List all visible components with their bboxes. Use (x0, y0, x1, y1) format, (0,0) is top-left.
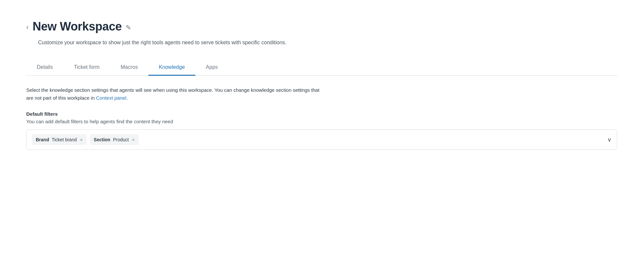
tab-details[interactable]: Details (26, 60, 63, 76)
content-section: Select the knowledge section settings th… (26, 76, 618, 150)
filter-tag-section-close[interactable]: × (132, 138, 135, 142)
page-title: New Workspace (32, 20, 122, 33)
header-row: ‹ New Workspace ✎ (26, 20, 618, 33)
tabs-nav: Details Ticket form Macros Knowledge App… (26, 60, 618, 76)
edit-icon[interactable]: ✎ (126, 24, 131, 31)
filter-dropdown[interactable]: Brand Ticket brand × Section Product × ∨ (26, 129, 617, 150)
description-period: . (126, 95, 128, 101)
filter-tag-section: Section Product × (90, 134, 139, 145)
description-line2: are not part of this workplace in (26, 95, 96, 101)
tab-macros[interactable]: Macros (110, 60, 148, 76)
tab-apps[interactable]: Apps (195, 60, 228, 76)
tab-ticket-form[interactable]: Ticket form (63, 60, 110, 76)
back-button[interactable]: ‹ (26, 24, 29, 31)
dropdown-chevron-icon[interactable]: ∨ (607, 136, 612, 143)
description-text: Select the knowledge section settings th… (26, 86, 551, 102)
description-line1: Select the knowledge section settings th… (26, 87, 319, 93)
context-panel-link[interactable]: Context panel (96, 95, 127, 101)
page-subtitle: Customize your workspace to show just th… (38, 39, 618, 47)
filter-tag-section-value: Product (113, 137, 129, 142)
page-container: ‹ New Workspace ✎ Customize your workspa… (0, 0, 644, 163)
filter-tag-brand-value: Ticket brand (52, 137, 77, 142)
filter-tag-section-key: Section (94, 137, 111, 142)
filter-tags: Brand Ticket brand × Section Product × (32, 134, 139, 145)
default-filters-sub: You can add default filters to help agen… (26, 119, 618, 124)
filter-tag-brand-key: Brand (36, 137, 49, 142)
default-filters-heading: Default filters (26, 111, 618, 117)
filter-tag-brand: Brand Ticket brand × (32, 134, 87, 145)
filter-tag-brand-close[interactable]: × (80, 138, 83, 142)
tab-knowledge[interactable]: Knowledge (148, 60, 195, 76)
